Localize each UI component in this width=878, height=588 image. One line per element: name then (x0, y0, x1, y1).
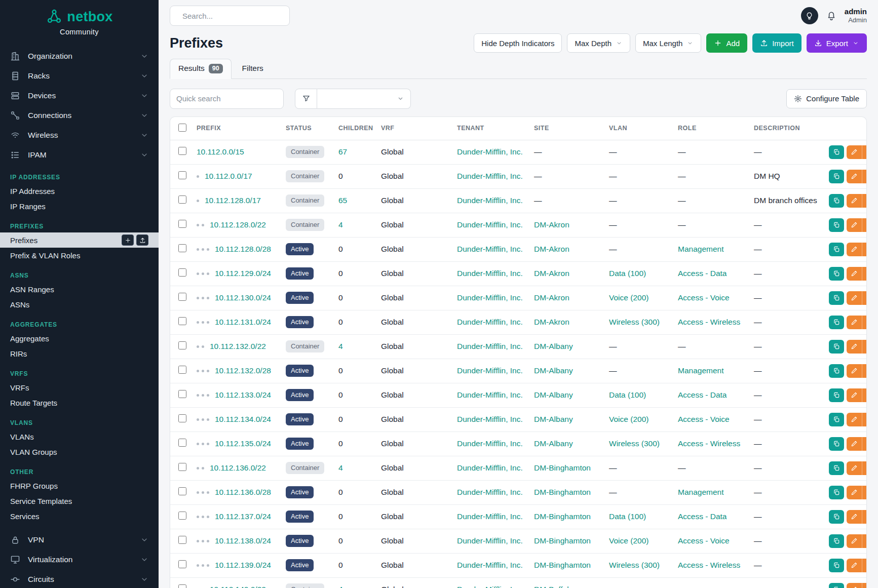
copy-button[interactable] (829, 267, 844, 281)
row-checkbox[interactable] (178, 439, 186, 447)
prefixes-quick-add-button[interactable] (122, 234, 134, 246)
site-link[interactable]: DM-Binghamton (534, 512, 591, 521)
vlan-link[interactable]: Data (100) (609, 512, 646, 521)
vlan-link[interactable]: Wireless (300) (609, 439, 660, 448)
notifications-button[interactable] (826, 10, 837, 21)
prefix-link[interactable]: 10.112.133.0/24 (215, 390, 271, 399)
prefix-link[interactable]: 10.112.136.0/28 (215, 488, 271, 496)
sidebar-item-asn-ranges[interactable]: ASN Ranges (0, 282, 159, 297)
site-link[interactable]: DM-Albany (534, 439, 573, 448)
edit-button[interactable] (847, 461, 862, 475)
edit-dropdown-button[interactable] (862, 267, 866, 281)
edit-dropdown-button[interactable] (862, 461, 866, 475)
sidebar-item-route-targets[interactable]: Route Targets (0, 395, 159, 410)
row-checkbox[interactable] (178, 317, 186, 325)
row-checkbox[interactable] (178, 147, 186, 155)
children-count-link[interactable]: 4 (338, 342, 343, 350)
sidebar-item-ipam[interactable]: IPAM (0, 145, 159, 165)
prefix-link[interactable]: 10.112.128.0/17 (205, 196, 261, 205)
copy-button[interactable] (829, 194, 844, 208)
tenant-link[interactable]: Dunder-Mifflin, Inc. (457, 463, 523, 472)
copy-button[interactable] (829, 413, 844, 426)
role-link[interactable]: Access - Data (678, 269, 727, 278)
vlan-link[interactable]: Data (100) (609, 390, 646, 399)
edit-dropdown-button[interactable] (862, 316, 866, 329)
tenant-link[interactable]: Dunder-Mifflin, Inc. (457, 512, 523, 521)
site-link[interactable]: DM-Binghamton (534, 536, 591, 545)
tenant-link[interactable]: Dunder-Mifflin, Inc. (457, 172, 523, 180)
copy-button[interactable] (829, 291, 844, 305)
sidebar-item-ip-ranges[interactable]: IP Ranges (0, 199, 159, 214)
add-button[interactable]: Add (706, 33, 747, 53)
row-checkbox[interactable] (178, 171, 186, 179)
role-link[interactable]: Access - Voice (678, 293, 730, 302)
copy-button[interactable] (829, 170, 844, 183)
children-count-link[interactable]: 4 (338, 220, 343, 229)
row-checkbox[interactable] (178, 268, 186, 277)
site-link[interactable]: DM-Binghamton (534, 463, 591, 472)
saved-filter-select[interactable] (317, 89, 411, 109)
tenant-link[interactable]: Dunder-Mifflin, Inc. (457, 366, 523, 375)
children-count-link[interactable]: 65 (338, 196, 347, 205)
site-link[interactable]: DM-Binghamton (534, 488, 591, 496)
sidebar-item-connections[interactable]: Connections (0, 105, 159, 125)
edit-button[interactable] (847, 218, 862, 232)
sidebar-item-prefix-vlan-roles[interactable]: Prefix & VLAN Roles (0, 248, 159, 263)
copy-button[interactable] (829, 218, 844, 232)
edit-button[interactable] (847, 243, 862, 256)
prefix-link[interactable]: 10.112.140.0/22 (210, 585, 266, 588)
edit-button[interactable] (847, 583, 862, 588)
tenant-link[interactable]: Dunder-Mifflin, Inc. (457, 147, 523, 156)
hide-depth-indicators-button[interactable]: Hide Depth Indicators (474, 33, 562, 53)
edit-dropdown-button[interactable] (862, 583, 866, 588)
role-link[interactable]: Management (678, 366, 723, 375)
edit-button[interactable] (847, 364, 862, 378)
site-link[interactable]: DM-Akron (534, 293, 569, 302)
tenant-link[interactable]: Dunder-Mifflin, Inc. (457, 293, 523, 302)
tenant-link[interactable]: Dunder-Mifflin, Inc. (457, 342, 523, 350)
column-header-vrf[interactable]: VRF (376, 117, 452, 140)
children-count-link[interactable]: 4 (338, 585, 343, 588)
sidebar-item-vpn[interactable]: VPN (0, 530, 159, 550)
row-checkbox[interactable] (178, 414, 186, 422)
edit-button[interactable] (847, 413, 862, 426)
role-link[interactable]: Management (678, 488, 723, 496)
tab-filters[interactable]: Filters (234, 59, 272, 79)
vlan-link[interactable]: Voice (200) (609, 536, 648, 545)
tenant-link[interactable]: Dunder-Mifflin, Inc. (457, 245, 523, 253)
site-link[interactable]: DM-Buffalo (534, 585, 573, 588)
prefixes-quick-import-button[interactable] (136, 234, 148, 246)
column-header-children[interactable]: CHILDREN (333, 117, 376, 140)
site-link[interactable]: DM-Akron (534, 220, 569, 229)
theme-toggle-button[interactable] (801, 7, 818, 24)
column-header-tenant[interactable]: TENANT (452, 117, 529, 140)
vlan-link[interactable]: Voice (200) (609, 415, 648, 423)
edit-button[interactable] (847, 510, 862, 524)
prefix-link[interactable]: 10.112.139.0/24 (215, 561, 271, 569)
max-depth-dropdown[interactable]: Max Depth (567, 33, 630, 53)
row-checkbox[interactable] (178, 220, 186, 228)
configure-table-button[interactable]: Configure Table (786, 89, 867, 108)
edit-dropdown-button[interactable] (862, 170, 866, 183)
role-link[interactable]: Access - Wireless (678, 439, 740, 448)
edit-dropdown-button[interactable] (862, 510, 866, 524)
copy-button[interactable] (829, 461, 844, 475)
tenant-link[interactable]: Dunder-Mifflin, Inc. (457, 439, 523, 448)
role-link[interactable]: Access - Data (678, 390, 727, 399)
prefix-link[interactable]: 10.112.132.0/22 (210, 342, 266, 350)
copy-button[interactable] (829, 364, 844, 378)
copy-button[interactable] (829, 534, 844, 548)
copy-button[interactable] (829, 510, 844, 524)
edit-dropdown-button[interactable] (862, 194, 866, 208)
row-checkbox[interactable] (178, 487, 186, 495)
column-header-site[interactable]: SITE (529, 117, 604, 140)
column-header-status[interactable]: STATUS (281, 117, 333, 140)
quick-search-input[interactable] (170, 89, 284, 109)
sidebar-item-racks[interactable]: Racks (0, 66, 159, 86)
children-count-link[interactable]: 67 (338, 147, 347, 156)
global-search-input[interactable] (182, 12, 283, 20)
sidebar-item-prefixes[interactable]: Prefixes (0, 232, 159, 248)
vlan-link[interactable]: Voice (200) (609, 293, 648, 302)
prefix-link[interactable]: 10.112.132.0/28 (215, 366, 271, 375)
export-dropdown[interactable]: Export (807, 33, 867, 53)
